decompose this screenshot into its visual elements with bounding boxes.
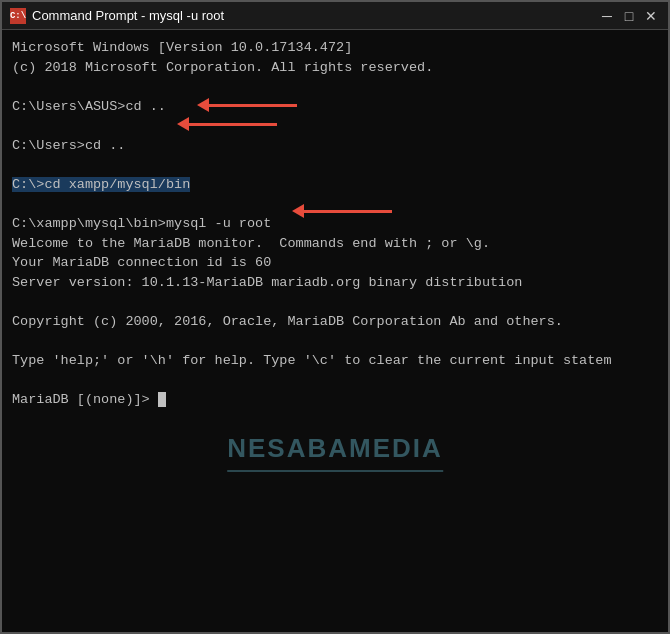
line-blank1	[12, 116, 658, 136]
maximize-button[interactable]: □	[620, 7, 638, 25]
line-3	[12, 77, 658, 97]
window-controls: ─ □ ✕	[598, 7, 660, 25]
line-2: (c) 2018 Microsoft Corporation. All righ…	[12, 58, 658, 78]
watermark: NESABAMEDIA	[227, 430, 443, 472]
line-blank5	[12, 331, 658, 351]
cursor	[158, 392, 166, 407]
arrow-mysql	[292, 204, 392, 218]
title-bar-left: C:\ Command Prompt - mysql -u root	[10, 8, 224, 24]
title-bar: C:\ Command Prompt - mysql -u root ─ □ ✕	[2, 2, 668, 30]
line-blank6	[12, 371, 658, 391]
arrow-line-1	[209, 104, 297, 107]
line-help: Type 'help;' or '\h' for help. Type '\c'…	[12, 351, 658, 371]
arrow-head-1	[197, 98, 209, 112]
arrow-line-3	[304, 210, 392, 213]
arrow-head-3	[292, 204, 304, 218]
line-server: Server version: 10.1.13-MariaDB mariadb.…	[12, 273, 658, 293]
line-copyright: Copyright (c) 2000, 2016, Oracle, MariaD…	[12, 312, 658, 332]
line-cd3: C:\>cd xampp/mysql/bin	[12, 175, 658, 195]
line-blank4	[12, 292, 658, 312]
close-button[interactable]: ✕	[642, 7, 660, 25]
arrow-head-2	[177, 117, 189, 131]
window: C:\ Command Prompt - mysql -u root ─ □ ✕…	[0, 0, 670, 634]
terminal-body[interactable]: Microsoft Windows [Version 10.0.17134.47…	[2, 30, 668, 632]
minimize-button[interactable]: ─	[598, 7, 616, 25]
arrow-cd2	[177, 117, 277, 131]
line-welcome: Welcome to the MariaDB monitor. Commands…	[12, 234, 658, 254]
line-blank2	[12, 155, 658, 175]
arrow-line-2	[189, 123, 277, 126]
line-1: Microsoft Windows [Version 10.0.17134.47…	[12, 38, 658, 58]
cd-xampp-highlight: C:\>cd xampp/mysql/bin	[12, 177, 190, 192]
line-prompt: MariaDB [(none)]>	[12, 390, 658, 410]
line-cd1: C:\Users\ASUS>cd ..	[12, 97, 658, 117]
cmd-icon: C:\	[10, 8, 26, 24]
line-conn: Your MariaDB connection id is 60	[12, 253, 658, 273]
arrow-cd1	[197, 98, 297, 112]
window-title: Command Prompt - mysql -u root	[32, 8, 224, 23]
line-cd2: C:\Users>cd ..	[12, 136, 658, 156]
